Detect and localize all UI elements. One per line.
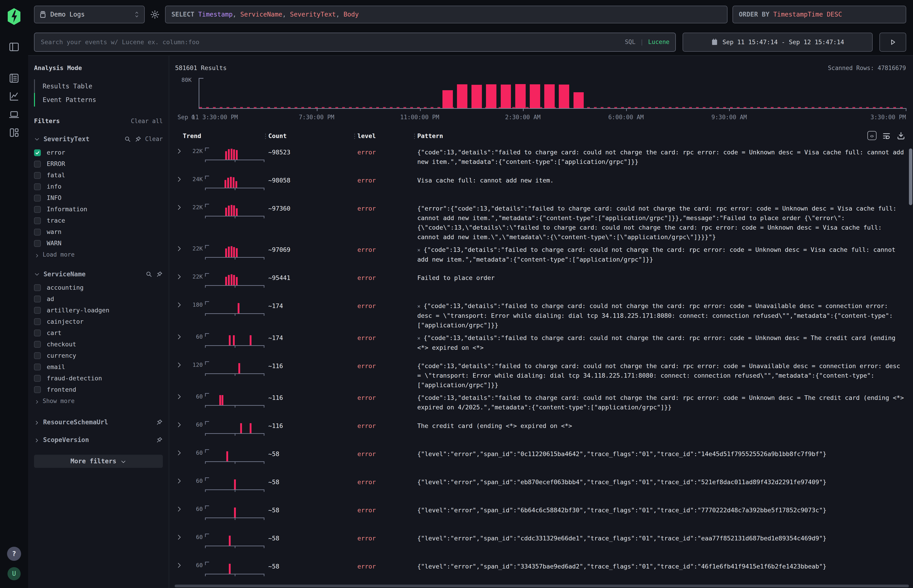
checkbox[interactable] [34, 375, 41, 382]
time-range-picker[interactable]: Sep 11 15:47:14 - Sep 12 15:47:14 [683, 32, 873, 52]
mode-results-table[interactable]: Results Table [34, 79, 163, 93]
hyperdx-logo-icon[interactable] [7, 8, 21, 25]
row-expand-chevron-icon[interactable] [175, 532, 187, 544]
load-more-button[interactable]: Load more [34, 249, 163, 260]
row-expand-chevron-icon[interactable] [175, 360, 187, 371]
filter-item[interactable]: fraud-detection [34, 373, 163, 384]
histogram-bar[interactable] [515, 84, 526, 108]
pattern-cell[interactable]: {"code":13,"details":"failed to charge c… [417, 146, 906, 166]
search-logs-icon[interactable] [8, 73, 20, 84]
filter-item[interactable]: currency [34, 350, 163, 361]
pattern-cell[interactable]: × {"code":13,"details":"failed to charge… [417, 331, 906, 352]
pattern-cell[interactable]: {"error":{"code":13,"details":"failed to… [417, 202, 906, 242]
filter-item[interactable]: cainjector [34, 316, 163, 327]
pattern-row[interactable]: 180~174error× {"code":13,"details":"fail… [175, 299, 906, 331]
gear-icon[interactable] [150, 9, 160, 20]
resource-schema-url-group[interactable]: ResourceSchemaUrl [34, 418, 163, 426]
pattern-row[interactable]: 60~58error{"level":"error","span_id":"6b… [175, 503, 906, 531]
pattern-cell[interactable]: {"level":"error","span_id":"cddc331329e6… [417, 532, 906, 543]
filter-item[interactable]: error [34, 147, 163, 158]
show-more-button[interactable]: Show more [34, 395, 163, 407]
filter-item[interactable]: frontend [34, 384, 163, 395]
row-expand-chevron-icon[interactable] [175, 202, 187, 214]
checkbox[interactable] [34, 330, 41, 336]
pattern-cell[interactable]: {"code":13,"details":"failed to charge c… [417, 391, 906, 412]
pattern-row[interactable]: 60~58error{"level":"error","span_id":"cd… [175, 531, 906, 559]
filter-item[interactable]: email [34, 361, 163, 373]
pin-icon[interactable] [156, 436, 163, 443]
checkbox[interactable] [34, 352, 41, 359]
histogram-bar[interactable] [530, 84, 540, 108]
pin-icon[interactable] [156, 271, 163, 278]
view-code-icon[interactable] [868, 131, 876, 140]
results-histogram[interactable]: 80K 0 Sep 11 3:30:00 PM7:30:00 PM11:00:0… [175, 78, 906, 121]
pattern-cell[interactable]: {"level":"error","span_id":"6b64c6c58842… [417, 504, 906, 515]
wrap-text-icon[interactable] [882, 131, 891, 140]
checkbox[interactable] [34, 206, 41, 213]
row-expand-chevron-icon[interactable] [175, 146, 187, 158]
col-trend[interactable]: Trend [175, 132, 268, 140]
pattern-row[interactable]: 22K~98523error{"code":13,"details":"fail… [175, 145, 906, 173]
checkbox[interactable] [34, 217, 41, 224]
search-icon[interactable] [124, 136, 131, 142]
histogram-bar[interactable] [471, 85, 482, 108]
scope-version-group[interactable]: ScopeVersion [34, 436, 163, 444]
checkbox[interactable] [34, 161, 41, 168]
row-expand-chevron-icon[interactable] [175, 560, 187, 572]
run-query-button[interactable] [879, 32, 906, 52]
checkbox[interactable] [34, 307, 41, 314]
filter-item[interactable]: trace [34, 215, 163, 226]
drag-handle-icon[interactable]: ⋮ [411, 132, 418, 141]
filter-item[interactable]: fatal [34, 170, 163, 181]
filter-item[interactable]: checkout [34, 339, 163, 350]
checkbox[interactable] [34, 240, 41, 247]
col-count[interactable]: ⋮Count [268, 132, 358, 140]
histogram-plot[interactable] [199, 78, 906, 109]
histogram-bar[interactable] [573, 92, 584, 108]
checkbox[interactable] [34, 341, 41, 348]
pattern-row[interactable]: 120~116error{"code":13,"details":"failed… [175, 359, 906, 391]
download-icon[interactable] [897, 131, 905, 140]
checkbox[interactable] [34, 195, 41, 202]
pattern-row[interactable]: 22K~95441errorFailed to place order [175, 271, 906, 299]
checkbox[interactable] [34, 172, 41, 179]
search-bar[interactable]: SQL | Lucene [34, 32, 676, 52]
checkbox[interactable] [34, 149, 41, 156]
search-icon[interactable] [146, 271, 152, 278]
source-select[interactable]: Demo Logs [34, 6, 145, 23]
chart-explorer-icon[interactable] [8, 90, 20, 102]
pattern-cell[interactable]: {"code":13,"details":"failed to charge c… [417, 360, 906, 390]
histogram-bar[interactable] [457, 84, 467, 108]
col-pattern[interactable]: ⋮Pattern [417, 132, 906, 140]
checkbox[interactable] [34, 284, 41, 291]
pattern-row[interactable]: 60~116errorThe credit card (ending <*> e… [175, 419, 906, 447]
row-expand-chevron-icon[interactable] [175, 271, 187, 283]
filter-item[interactable]: info [34, 181, 163, 192]
filter-item[interactable]: WARN [34, 238, 163, 249]
pattern-cell[interactable]: × {"code":13,"details":"failed to charge… [417, 243, 906, 264]
clear-all-button[interactable]: Clear all [131, 117, 163, 125]
row-expand-chevron-icon[interactable] [175, 243, 187, 255]
pattern-row[interactable]: 60~58error{"level":"error","span_id":"33… [175, 559, 906, 587]
order-by-input[interactable]: ORDER BY TimestampTime DESC [732, 6, 906, 23]
pattern-row[interactable]: 60~58error{"level":"error","span_id":"0c… [175, 447, 906, 475]
pattern-row[interactable]: 22K~97069error× {"code":13,"details":"fa… [175, 242, 906, 271]
pattern-row[interactable]: 24K~98058errorVisa cache full: cannot ad… [175, 173, 906, 201]
lang-toggle-sql[interactable]: SQL [625, 38, 635, 46]
severity-clear-button[interactable]: Clear [145, 135, 163, 143]
pattern-cell[interactable]: × {"code":13,"details":"failed to charge… [417, 299, 906, 330]
row-expand-chevron-icon[interactable] [175, 476, 187, 487]
histogram-bar[interactable] [559, 84, 569, 108]
row-expand-chevron-icon[interactable] [175, 331, 187, 343]
pattern-cell[interactable]: Failed to place order [417, 271, 906, 283]
help-button[interactable]: ? [7, 547, 21, 561]
filter-item[interactable]: ad [34, 293, 163, 305]
checkbox[interactable] [34, 318, 41, 325]
row-expand-chevron-icon[interactable] [175, 447, 187, 459]
checkbox[interactable] [34, 183, 41, 190]
row-expand-chevron-icon[interactable] [175, 391, 187, 403]
search-input[interactable] [40, 38, 620, 47]
lang-toggle-lucene[interactable]: Lucene [648, 38, 669, 46]
service-group-header[interactable]: ServiceName [34, 270, 163, 279]
filter-item[interactable]: INFO [34, 192, 163, 204]
